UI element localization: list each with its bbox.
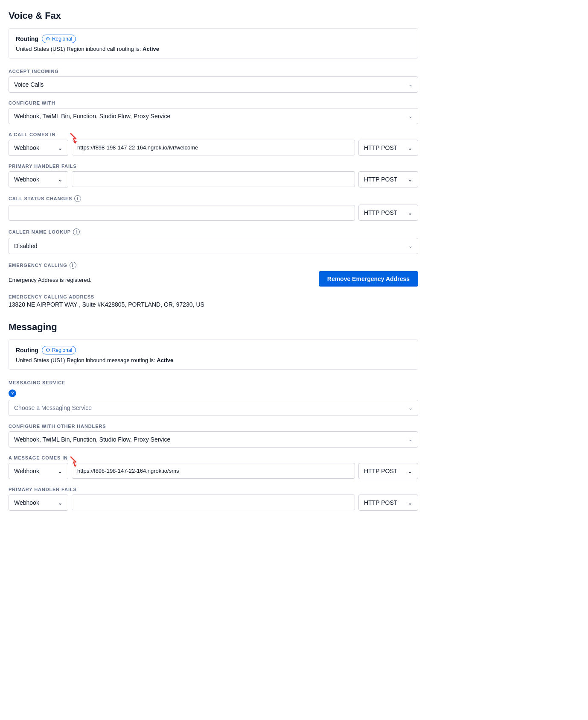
msg-primary-handler-fails-type-chevron: ⌄ <box>58 499 63 506</box>
message-comes-in-type-select[interactable]: Webhook ⌄ <box>9 463 68 479</box>
voice-routing-label: Routing <box>16 35 38 42</box>
emergency-calling-info-icon[interactable]: i <box>70 262 76 269</box>
voice-routing-status: United States (US1) Region inbound call … <box>16 46 411 52</box>
accept-incoming-group: ACCEPT INCOMING Voice Calls ⌄ <box>9 69 418 93</box>
call-comes-in-type-select[interactable]: Webhook ⌄ <box>9 140 68 156</box>
messaging-section: Messaging Routing ⚙ Regional United Stat… <box>9 322 418 511</box>
msg-primary-handler-fails-http-chevron: ⌄ <box>408 499 413 506</box>
emergency-calling-label: EMERGENCY CALLING i <box>9 262 418 269</box>
voice-routing-box: Routing ⚙ Regional United States (US1) R… <box>9 28 418 59</box>
call-comes-in-group: A CALL COMES IN Webhook ⌄ HTTP POST ⌄ <box>9 132 418 156</box>
call-comes-in-row: Webhook ⌄ HTTP POST ⌄ <box>9 140 418 156</box>
call-status-changes-group: CALL STATUS CHANGES i HTTP POST ⌄ <box>9 195 418 221</box>
msg-configure-with-group: CONFIGURE WITH OTHER HANDLERS Webhook, T… <box>9 424 418 448</box>
emergency-header-row: Emergency Address is registered. Remove … <box>9 271 418 287</box>
voice-fax-section: Voice & Fax Routing ⚙ Regional United St… <box>9 10 418 308</box>
msg-primary-handler-fails-http-select[interactable]: HTTP POST ⌄ <box>358 495 418 511</box>
voice-fax-title: Voice & Fax <box>9 10 418 21</box>
svg-marker-1 <box>73 465 77 467</box>
call-comes-in-http-chevron: ⌄ <box>408 144 413 151</box>
primary-handler-fails-url-input[interactable] <box>72 171 355 187</box>
msg-primary-handler-fails-type-select[interactable]: Webhook ⌄ <box>9 495 68 511</box>
accept-incoming-label: ACCEPT INCOMING <box>9 69 418 74</box>
emergency-address-group: EMERGENCY CALLING ADDRESS 13820 NE AIRPO… <box>9 294 418 308</box>
primary-handler-fails-row: Webhook ⌄ HTTP POST ⌄ <box>9 171 418 187</box>
messaging-routing-status: United States (US1) Region inbound messa… <box>16 357 411 363</box>
msg-primary-handler-fails-url-input[interactable] <box>72 495 355 510</box>
emergency-address-label: EMERGENCY CALLING ADDRESS <box>9 294 418 299</box>
voice-regional-badge: ⚙ Regional <box>42 35 76 43</box>
call-status-row: HTTP POST ⌄ <box>9 205 418 221</box>
messaging-service-group: MESSAGING SERVICE ? Choose a Messaging S… <box>9 380 418 416</box>
msg-primary-handler-fails-group: PRIMARY HANDLER FAILS Webhook ⌄ HTTP POS… <box>9 487 418 511</box>
emergency-calling-group: EMERGENCY CALLING i Emergency Address is… <box>9 262 418 287</box>
message-comes-in-http-select[interactable]: HTTP POST ⌄ <box>358 463 418 479</box>
messaging-service-chevron: ⌄ <box>408 405 413 411</box>
call-status-info-icon[interactable]: i <box>74 195 81 202</box>
accept-incoming-select[interactable]: Voice Calls ⌄ <box>9 76 418 93</box>
primary-handler-fails-http-select[interactable]: HTTP POST ⌄ <box>358 171 418 187</box>
call-comes-in-url-input[interactable] <box>72 140 355 155</box>
messaging-regional-icon: ⚙ <box>46 347 50 353</box>
call-status-http-chevron: ⌄ <box>408 209 413 216</box>
configure-with-group: CONFIGURE WITH Webhook, TwiML Bin, Funct… <box>9 100 418 124</box>
primary-handler-fails-group: PRIMARY HANDLER FAILS Webhook ⌄ HTTP POS… <box>9 164 418 187</box>
messaging-routing-label: Routing <box>16 347 38 354</box>
red-arrow-messaging <box>67 455 79 468</box>
message-comes-in-row: Webhook ⌄ HTTP POST ⌄ <box>9 463 418 479</box>
caller-name-lookup-label: CALLER NAME LOOKUP i <box>9 228 418 235</box>
call-comes-in-http-select[interactable]: HTTP POST ⌄ <box>358 140 418 156</box>
regional-icon: ⚙ <box>46 36 50 42</box>
messaging-routing-box: Routing ⚙ Regional United States (US1) R… <box>9 340 418 370</box>
remove-emergency-address-button[interactable]: Remove Emergency Address <box>319 271 418 287</box>
call-comes-in-type-chevron: ⌄ <box>58 144 63 151</box>
msg-configure-with-label: CONFIGURE WITH OTHER HANDLERS <box>9 424 418 429</box>
call-status-url-input[interactable] <box>9 205 355 221</box>
accept-incoming-chevron: ⌄ <box>408 82 413 88</box>
message-comes-in-http-chevron: ⌄ <box>408 468 413 474</box>
emergency-status-text: Emergency Address is registered. <box>9 277 91 283</box>
primary-handler-fails-http-chevron: ⌄ <box>408 176 413 183</box>
messaging-routing-header: Routing ⚙ Regional <box>16 346 411 354</box>
messaging-service-question-icon[interactable]: ? <box>9 389 16 397</box>
configure-with-chevron: ⌄ <box>408 113 413 119</box>
message-comes-in-url-input[interactable] <box>72 463 355 479</box>
message-comes-in-type-chevron: ⌄ <box>58 468 63 474</box>
messaging-regional-badge: ⚙ Regional <box>42 346 76 354</box>
primary-handler-fails-label: PRIMARY HANDLER FAILS <box>9 164 418 169</box>
svg-marker-0 <box>73 141 77 144</box>
call-status-changes-label: CALL STATUS CHANGES i <box>9 195 418 202</box>
configure-with-label: CONFIGURE WITH <box>9 100 418 105</box>
caller-name-info-icon[interactable]: i <box>73 228 80 235</box>
configure-with-select[interactable]: Webhook, TwiML Bin, Function, Studio Flo… <box>9 108 418 124</box>
msg-primary-handler-fails-row: Webhook ⌄ HTTP POST ⌄ <box>9 495 418 511</box>
caller-name-lookup-group: CALLER NAME LOOKUP i Disabled ⌄ <box>9 228 418 254</box>
call-status-http-select[interactable]: HTTP POST ⌄ <box>358 205 418 221</box>
caller-name-lookup-select[interactable]: Disabled ⌄ <box>9 238 418 254</box>
caller-name-chevron: ⌄ <box>408 243 413 249</box>
emergency-address-value: 13820 NE AIRPORT WAY , Suite #K428805, P… <box>9 301 418 308</box>
primary-handler-fails-type-select[interactable]: Webhook ⌄ <box>9 171 68 187</box>
msg-configure-with-chevron: ⌄ <box>408 436 413 442</box>
voice-routing-header: Routing ⚙ Regional <box>16 35 411 43</box>
msg-primary-handler-fails-label: PRIMARY HANDLER FAILS <box>9 487 418 492</box>
messaging-service-label: MESSAGING SERVICE <box>9 380 418 385</box>
messaging-title: Messaging <box>9 322 418 333</box>
red-arrow-voice <box>67 132 79 145</box>
message-comes-in-group: A MESSAGE COMES IN Webhook ⌄ HTTP POST ⌄ <box>9 455 418 479</box>
msg-configure-with-select[interactable]: Webhook, TwiML Bin, Function, Studio Flo… <box>9 431 418 448</box>
primary-handler-fails-type-chevron: ⌄ <box>58 176 63 183</box>
messaging-service-select[interactable]: Choose a Messaging Service ⌄ <box>9 400 418 416</box>
